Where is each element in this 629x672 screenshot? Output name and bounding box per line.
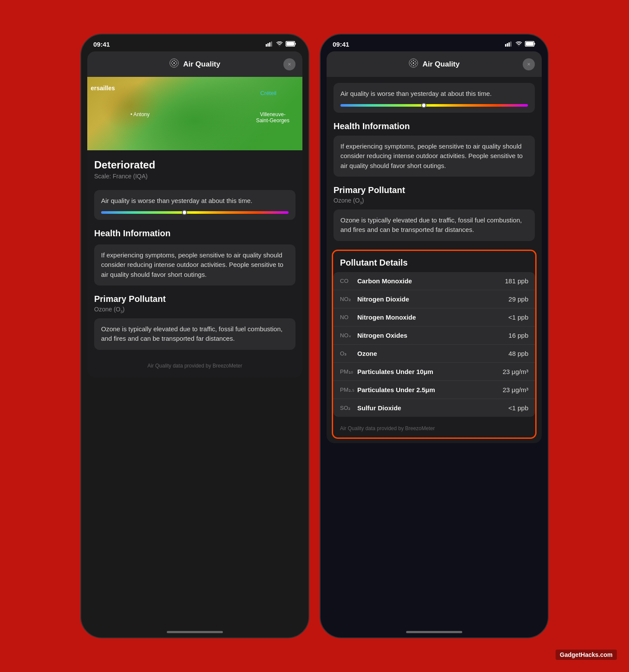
pollutant-value: <1 ppb [508,314,528,321]
svg-rect-21 [526,42,534,46]
pollutant-value: <1 ppb [508,404,528,412]
signal-icon-right [505,41,513,48]
status-icons-right [505,41,536,48]
pollutant-name: Particulates Under 10μm [357,368,503,375]
gradient-bar-left [101,211,289,214]
svg-point-30 [411,64,412,65]
home-indicator-left [167,631,223,633]
pollutant-name: Carbon Monoxide [357,277,505,285]
pollutant-code: PM₁₀ [340,368,357,375]
pollutant-code: NO₂ [340,296,357,302]
pollutant-text-left: Ozone is typically elevated due to traff… [101,324,289,344]
pollutant-code: CO [340,278,357,284]
pollutant-value: 23 μg/m³ [503,386,529,393]
pollutant-row: SO₂ Sulfur Dioxide <1 ppb [333,399,535,417]
svg-rect-0 [266,44,267,47]
air-quality-icon-right [409,58,418,70]
scale-label-left: Scale: France (IQA) [94,173,295,180]
svg-rect-5 [286,42,294,46]
air-quality-card-right: Air quality is worse than yesterday at a… [334,83,535,113]
modal-header-right: Air Quality × [327,51,542,77]
modal-title-right: Air Quality [409,58,460,70]
pollutant-row: O₃ Ozone 48 ppb [333,345,535,363]
scroll-content-right: Air quality is worse than yesterday at a… [327,77,542,443]
time-left: 09:41 [93,41,110,48]
pollutant-name: Nitrogen Monoxide [357,314,508,321]
modal-close-right[interactable]: × [523,58,535,70]
pollutant-name: Particulates Under 2.5μm [357,386,503,393]
footer-left: Air Quality data provided by BreezoMeter [94,358,295,377]
svg-point-7 [174,63,175,64]
pollutant-value: 29 ppb [508,295,528,303]
pollutant-row: CO Carbon Monoxide 181 ppb [333,272,535,290]
pollutant-subheader-right: Ozone (O3) [334,197,535,205]
map-label-antony: • Antony [130,111,149,117]
status-icons-left [266,41,296,48]
pollutant-details-header: Pollutant Details [333,251,535,272]
svg-point-9 [174,65,175,66]
health-text-right: If experiencing symptoms, people sensiti… [340,142,528,171]
health-header-left: Health Information [94,228,295,238]
health-header-right: Health Information [334,121,535,131]
svg-point-14 [172,64,173,65]
pollutant-row: PM₁₀ Particulates Under 10μm 23 μg/m³ [333,363,535,381]
pollutant-value: 48 ppb [508,350,528,357]
map-label-creteil: Créteil [260,90,276,96]
status-bar-left: 09:41 [81,35,308,51]
pollutant-code: PM₂.₅ [340,387,357,393]
modal-title-left: Air Quality [169,58,220,70]
wifi-icon-right [515,41,522,48]
svg-point-8 [174,60,175,61]
home-indicator-right [406,631,462,633]
modal-close-left[interactable]: × [283,58,295,70]
watermark: GadgetHacks.com [556,650,617,660]
air-quality-card-left: Air quality is worse than yesterday at a… [94,190,295,220]
svg-point-23 [413,63,414,64]
time-right: 09:41 [333,41,349,48]
svg-point-26 [410,63,411,63]
svg-rect-18 [508,42,510,47]
pollutant-name: Nitrogen Dioxide [357,295,508,303]
pollutant-text-right: Ozone is typically elevated due to traff… [340,216,528,235]
health-text-left: If experiencing symptoms, people sensiti… [101,250,289,280]
footer-right: Air Quality data provided by BreezoMeter [333,421,535,437]
svg-point-31 [415,64,416,65]
gradient-indicator-left [182,210,187,215]
status-bar-right: 09:41 [321,35,548,51]
pollutant-row: NO Nitrogen Monoxide <1 ppb [333,308,535,326]
status-section-left: Deteriorated Scale: France (IQA) [94,150,295,190]
pollutant-details-table: CO Carbon Monoxide 181 ppb NO₂ Nitrogen … [333,272,535,417]
right-phone: 09:41 [320,34,549,638]
pollutant-value: 181 ppb [505,277,528,285]
status-label-left: Deteriorated [94,159,295,171]
modal-right: Air Quality × Air quality is worse than … [327,51,542,443]
svg-point-29 [415,61,416,62]
map-label-villeneuve: Villeneuve- Saint-Georges [256,111,289,124]
pollutant-row: NOₓ Nitrogen Oxides 16 ppb [333,326,535,345]
pollutant-header-right: Primary Pollutant [334,185,535,195]
pollutant-name: Nitrogen Oxides [357,332,508,339]
health-card-left: If experiencing symptoms, people sensiti… [94,244,295,286]
gradient-indicator-right [421,103,426,108]
pollutant-code: O₃ [340,350,357,357]
pollutant-subheader-left: Ozone (O3) [94,306,295,314]
svg-point-11 [176,63,177,63]
phones-container: 09:41 [80,34,549,638]
svg-rect-16 [505,44,506,47]
gradient-bar-right [340,104,528,107]
modal-header-left: Air Quality × [87,51,302,77]
pollutant-row: NO₂ Nitrogen Dioxide 29 ppb [333,290,535,308]
signal-icon-left [266,41,273,48]
svg-point-27 [416,63,416,63]
pollutant-code: NO [340,314,357,320]
svg-point-10 [171,63,172,63]
battery-icon-right [525,41,536,48]
svg-rect-2 [269,42,270,47]
map-left: ersailles Créteil • Antony Villeneuve- S… [87,77,302,150]
svg-rect-3 [271,41,272,47]
pollutant-details-highlight: Pollutant Details CO Carbon Monoxide 181… [332,250,537,439]
pollutant-header-left: Primary Pollutant [94,294,295,304]
pollutant-code: NOₓ [340,332,357,339]
wifi-icon-left [276,41,283,48]
modal-title-text-right: Air Quality [423,60,460,69]
